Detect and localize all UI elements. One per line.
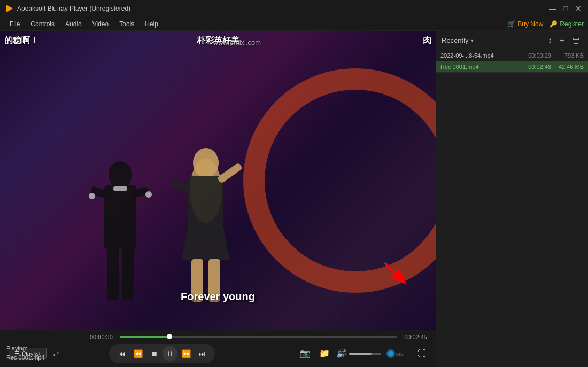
playlist-dropdown[interactable]: Recently ▾ <box>442 36 474 44</box>
brand-logo: xz7 <box>385 348 412 359</box>
progress-track[interactable] <box>120 336 397 338</box>
playlist-item-1[interactable]: Rec 0001.mp4 00:02:46 42.46 MB <box>436 61 588 73</box>
playlist-item-size-1: 42.46 MB <box>554 64 584 70</box>
controls-bar: Playing: Rec 0001.mp4 00:00:30 00:02:45 … <box>0 330 436 367</box>
progress-thumb[interactable] <box>167 334 172 339</box>
svg-rect-7 <box>113 186 127 191</box>
pause-button[interactable]: ⏸ <box>163 346 177 361</box>
menu-bar: File Controls Audio Video Tools Help 🛒 B… <box>0 17 588 31</box>
arrow-indicator <box>380 257 412 290</box>
playlist-order-button[interactable]: ⇄ <box>50 348 63 359</box>
skip-back-button[interactable]: ⏮ <box>114 346 129 361</box>
svg-point-20 <box>388 351 393 356</box>
playlist-item-size-0: 793 KB <box>554 52 584 59</box>
playlist-delete-button[interactable]: 🗑 <box>570 35 583 46</box>
svg-point-8 <box>89 193 95 199</box>
transport-group: ⏮ ⏪ ⏹ ⏸ ⏩ ⏭ <box>109 344 215 363</box>
playing-filename: Rec 0001.mp4 <box>6 353 45 362</box>
playlist-header-label: Recently <box>442 36 469 44</box>
window-controls: — □ ✕ <box>547 3 584 14</box>
volume-icon[interactable]: 🔊 <box>336 348 347 358</box>
skip-forward-button[interactable]: ⏭ <box>195 346 210 361</box>
menu-help[interactable]: Help <box>140 19 164 29</box>
svg-rect-5 <box>107 247 119 300</box>
playlist-add-button[interactable]: + <box>558 35 567 46</box>
svg-rect-6 <box>122 247 134 300</box>
minimize-button[interactable]: — <box>547 3 558 14</box>
video-area: 的稳啊！ 朴彩英好美 肉 www.pmlxj.com Forever young… <box>0 31 436 367</box>
progress-row: 00:00:30 00:02:45 <box>4 334 431 340</box>
menu-video[interactable]: Video <box>87 19 114 29</box>
progress-fill <box>120 336 169 338</box>
volume-fill <box>349 353 372 355</box>
performer-right <box>166 143 246 314</box>
svg-rect-13 <box>217 162 243 184</box>
volume-slider[interactable] <box>349 353 381 355</box>
playlist-panel: Recently ▾ ↕ + 🗑 2022-09-...8-54.mp4 00:… <box>436 31 588 367</box>
playlist-item-duration-1: 00:02:46 <box>528 64 551 70</box>
screenshot-button[interactable]: 📷 <box>298 347 313 360</box>
app-title: Apeaksoft Blu-ray Player (Unregistered) <box>17 5 547 12</box>
right-controls: 📷 📁 🔊 xz7 ⛶ <box>298 347 427 360</box>
video-canvas: 的稳啊！ 朴彩英好美 肉 www.pmlxj.com Forever young <box>0 31 436 330</box>
playlist-item-name-1: Rec 0001.mp4 <box>440 64 525 70</box>
maximize-button[interactable]: □ <box>560 3 571 14</box>
svg-rect-14 <box>171 181 190 193</box>
watermark: www.pmlxj.com <box>213 38 261 46</box>
main-layout: 的稳啊！ 朴彩英好美 肉 www.pmlxj.com Forever young… <box>0 31 588 367</box>
fullscreen-button[interactable]: ⛶ <box>416 348 427 360</box>
svg-line-18 <box>385 263 404 282</box>
menu-file[interactable]: File <box>4 19 25 29</box>
overlay-text-tr: 肉 <box>423 35 431 46</box>
rewind-button[interactable]: ⏪ <box>130 346 145 361</box>
playlist-item-name-0: 2022-09-...8-54.mp4 <box>440 52 525 59</box>
playing-label: Playing: <box>6 344 45 353</box>
svg-point-1 <box>109 161 132 188</box>
folder-button[interactable]: 📁 <box>317 347 332 360</box>
buy-now-button[interactable]: 🛒 Buy Now <box>507 20 543 28</box>
playlist-item-duration-0: 00:00:29 <box>528 52 551 59</box>
svg-rect-12 <box>188 176 223 229</box>
menu-controls[interactable]: Controls <box>25 19 60 29</box>
current-time: 00:00:30 <box>90 334 117 340</box>
app-icon <box>4 4 14 13</box>
volume-area: 🔊 <box>336 348 381 358</box>
subtitle: Forever young <box>181 291 255 303</box>
svg-marker-0 <box>6 5 13 12</box>
menu-tools[interactable]: Tools <box>114 19 140 29</box>
chevron-down-icon: ▾ <box>471 37 474 43</box>
title-bar: Apeaksoft Blu-ray Player (Unregistered) … <box>0 0 588 17</box>
svg-rect-2 <box>104 185 136 249</box>
close-button[interactable]: ✕ <box>573 3 584 14</box>
playlist-header: Recently ▾ ↕ + 🗑 <box>436 31 588 50</box>
svg-text:xz7: xz7 <box>396 352 404 357</box>
menu-audio[interactable]: Audio <box>60 19 87 29</box>
total-time: 00:02:45 <box>400 334 427 340</box>
playlist-sort-button[interactable]: ↕ <box>546 35 554 46</box>
stop-button[interactable]: ⏹ <box>146 346 161 361</box>
now-playing: Playing: Rec 0001.mp4 <box>6 344 45 362</box>
playlist-items: 2022-09-...8-54.mp4 00:00:29 793 KB Rec … <box>436 50 588 367</box>
fast-forward-button[interactable]: ⏩ <box>179 346 194 361</box>
performer-left <box>86 153 155 314</box>
playlist-item-0[interactable]: 2022-09-...8-54.mp4 00:00:29 793 KB <box>436 50 588 61</box>
register-button[interactable]: 🔑 Register <box>550 20 584 28</box>
overlay-text-tl: 的稳啊！ <box>4 35 38 46</box>
svg-marker-15 <box>182 227 230 260</box>
svg-point-9 <box>145 191 152 198</box>
buttons-row: ☰ Playlist ⇄ ⏮ ⏪ ⏹ ⏸ ⏩ ⏭ 📷 📁 <box>4 344 431 363</box>
menu-right: 🛒 Buy Now 🔑 Register <box>507 20 584 28</box>
